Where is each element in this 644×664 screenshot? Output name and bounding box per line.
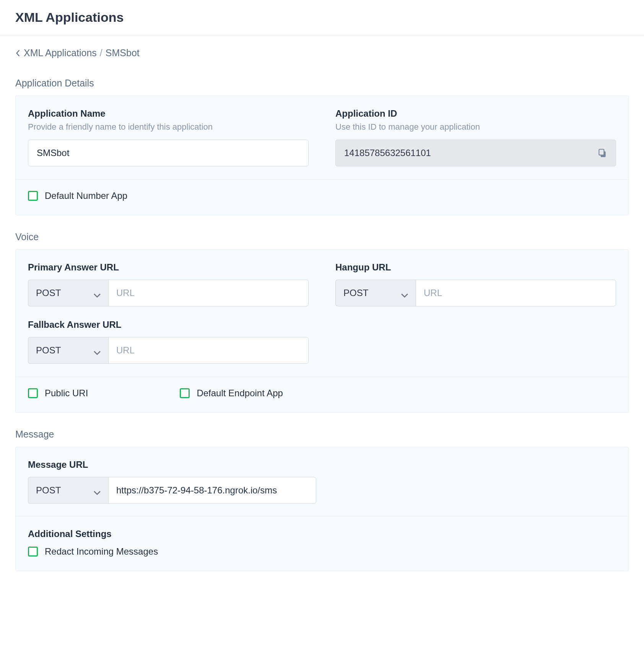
voice-checkbox-row: Public URI Default Endpoint App xyxy=(16,377,628,412)
fallback-method-select[interactable]: POST xyxy=(28,337,108,364)
chevron-down-icon xyxy=(94,347,101,354)
public-uri-checkbox[interactable] xyxy=(28,388,38,398)
public-uri-label: Public URI xyxy=(45,388,88,399)
breadcrumb-separator: / xyxy=(100,47,102,59)
hangup-method-value: POST xyxy=(343,288,368,298)
chevron-left-icon[interactable] xyxy=(15,49,21,57)
svg-rect-1 xyxy=(599,149,604,155)
application-name-label: Application Name xyxy=(28,108,309,119)
field-fallback-answer-url: Fallback Answer URL POST xyxy=(28,319,309,364)
public-uri-item: Public URI xyxy=(28,388,88,399)
field-primary-answer-url: Primary Answer URL POST xyxy=(28,262,309,306)
section-heading-voice: Voice xyxy=(15,231,629,242)
default-number-app-label: Default Number App xyxy=(45,190,127,201)
message-method-select[interactable]: POST xyxy=(28,477,108,504)
primary-answer-url-label: Primary Answer URL xyxy=(28,262,309,273)
chevron-down-icon xyxy=(94,487,101,494)
redact-label: Redact Incoming Messages xyxy=(45,546,158,557)
application-id-readonly: 14185785632561101 xyxy=(335,140,616,166)
application-name-input[interactable] xyxy=(28,140,309,166)
default-endpoint-checkbox[interactable] xyxy=(180,388,190,398)
card-message: Message URL POST Additional Settings Red… xyxy=(15,447,629,571)
field-application-id: Application ID Use this ID to manage you… xyxy=(335,108,616,166)
additional-settings-label: Additional Settings xyxy=(28,529,616,539)
message-url-input[interactable] xyxy=(108,477,316,504)
section-heading-message: Message xyxy=(15,429,629,440)
field-application-name: Application Name Provide a friendly name… xyxy=(28,108,309,166)
copy-icon[interactable] xyxy=(597,148,607,158)
hangup-url-label: Hangup URL xyxy=(335,262,616,273)
fallback-answer-url-label: Fallback Answer URL xyxy=(28,319,309,330)
field-hangup-url: Hangup URL POST xyxy=(335,262,616,306)
application-id-value: 14185785632561101 xyxy=(344,148,431,158)
page-title: XML Applications xyxy=(0,0,644,36)
primary-url-input[interactable] xyxy=(108,280,309,306)
primary-method-select[interactable]: POST xyxy=(28,280,108,306)
card-application-details: Application Name Provide a friendly name… xyxy=(15,96,629,215)
breadcrumb: XML Applications / SMSbot xyxy=(15,36,629,62)
application-id-label: Application ID xyxy=(335,108,616,119)
chevron-down-icon xyxy=(401,290,408,296)
message-method-value: POST xyxy=(36,485,61,496)
hangup-method-select[interactable]: POST xyxy=(335,280,416,306)
fallback-url-input[interactable] xyxy=(108,337,309,364)
application-name-help: Provide a friendly name to identify this… xyxy=(28,122,309,132)
message-url-label: Message URL xyxy=(28,459,616,470)
primary-method-value: POST xyxy=(36,288,61,298)
default-endpoint-item: Default Endpoint App xyxy=(180,388,283,399)
default-number-app-checkbox[interactable] xyxy=(28,191,38,201)
hangup-url-input[interactable] xyxy=(416,280,616,306)
section-heading-details: Application Details xyxy=(15,78,629,89)
application-id-help: Use this ID to manage your application xyxy=(335,122,616,132)
default-number-app-row: Default Number App xyxy=(16,180,628,215)
fallback-method-value: POST xyxy=(36,345,61,356)
card-voice: Primary Answer URL POST Hangup URL POST xyxy=(15,249,629,413)
breadcrumb-parent[interactable]: XML Applications xyxy=(24,47,97,59)
redact-checkbox[interactable] xyxy=(28,547,38,557)
breadcrumb-current: SMSbot xyxy=(106,47,140,59)
redact-row: Redact Incoming Messages xyxy=(16,539,628,571)
default-endpoint-label: Default Endpoint App xyxy=(197,388,283,399)
chevron-down-icon xyxy=(94,290,101,296)
